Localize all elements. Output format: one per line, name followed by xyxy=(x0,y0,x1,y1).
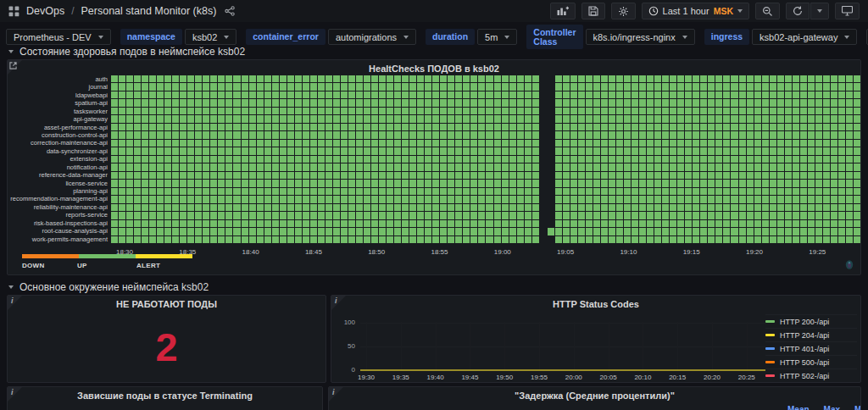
heatmap-cell xyxy=(800,228,807,235)
heatmap-cell xyxy=(134,228,141,235)
heatmap-cell xyxy=(777,147,784,154)
heatmap-cell xyxy=(723,236,730,243)
http-legend-item[interactable]: HTTP 401-/api xyxy=(765,341,857,355)
heatmap-cell xyxy=(731,99,737,106)
chevron-down-icon xyxy=(8,50,14,53)
http-legend-item[interactable]: HTTP 200-/api xyxy=(765,314,857,328)
heatmap-cell xyxy=(195,83,202,90)
filter-value-dropdown[interactable]: automigrations xyxy=(328,29,416,45)
dashboard-settings-button[interactable] xyxy=(611,3,636,19)
zoom-out-button[interactable] xyxy=(755,3,780,19)
heatmap-cell xyxy=(647,108,654,114)
heatmap-cell xyxy=(670,163,676,170)
heatmap-x-tick: 18:50 xyxy=(368,248,385,256)
heatmap-cell xyxy=(715,236,722,243)
http-legend-item[interactable]: HTTP 204-/api xyxy=(765,328,857,341)
heatmap-cell xyxy=(624,172,631,179)
breadcrumb-dashboard-title[interactable]: Personal stand Monitor (k8s) xyxy=(81,5,217,17)
filter-value-dropdown[interactable]: ksb02-api-gateway xyxy=(752,29,857,45)
heatmap-cell xyxy=(632,83,638,90)
heatmap-cell xyxy=(754,212,761,219)
http-legend-item[interactable]: HTTP 502-/api xyxy=(765,368,857,382)
heatmap-cell xyxy=(409,91,416,98)
http-legend-item[interactable]: HTTP 503-/api xyxy=(765,382,857,383)
latency-legend-header[interactable]: Mean xyxy=(787,405,810,410)
latency-legend-header[interactable]: Min xyxy=(854,405,861,410)
time-picker-button[interactable]: Last 1 hour MSK xyxy=(642,3,749,19)
heatmap-cell xyxy=(532,140,539,147)
heatmap-cell xyxy=(387,180,393,186)
heatmap-cell xyxy=(333,83,340,90)
apps-grid-icon[interactable] xyxy=(8,6,19,17)
heatmap-cell xyxy=(157,156,164,163)
heatmap-cell xyxy=(548,131,554,138)
heatmap-cell xyxy=(470,236,477,243)
heatmap-cell xyxy=(210,124,217,130)
section-header-health[interactable]: Состояние здоровья подов в неймспейсе ks… xyxy=(8,46,245,58)
filter-value-dropdown[interactable]: 5m xyxy=(477,29,517,45)
heatmap-cell xyxy=(616,91,623,98)
heatmap-cell xyxy=(478,108,485,114)
heatmap-row-label: recommendation-management-api xyxy=(10,196,108,202)
heatmap-cell xyxy=(639,212,646,219)
panel-title[interactable]: НЕ РАБОТАЮТ ПОДЫ xyxy=(8,299,326,309)
http-legend-item[interactable]: HTTP 500-/api xyxy=(765,355,857,368)
heatmap-cell xyxy=(203,99,209,106)
kiosk-mode-button[interactable] xyxy=(835,3,860,19)
heatmap-cell xyxy=(563,83,570,90)
heatmap-cell xyxy=(409,163,416,170)
heatmap-cell xyxy=(310,204,317,211)
filter-value-dropdown[interactable]: Prometheus - DEV xyxy=(6,29,111,45)
heatmap-cell xyxy=(494,108,501,114)
heatmap-cell xyxy=(723,75,730,82)
panel-title[interactable]: HealtChecks ПОДОВ в ksb02 xyxy=(8,64,860,74)
heatmap-cell xyxy=(654,91,661,98)
http-x-tick: 19:55 xyxy=(531,374,548,381)
breadcrumb-root[interactable]: DevOps xyxy=(26,5,64,17)
heatmap-cell xyxy=(126,204,133,211)
heatmap-cell xyxy=(341,220,348,227)
refresh-button[interactable] xyxy=(786,3,810,19)
heatmap-cell xyxy=(233,204,240,211)
heatmap-cell xyxy=(478,156,485,163)
heatmap-cell xyxy=(126,131,133,138)
heatmap-cell xyxy=(356,196,363,202)
panel-title[interactable]: Зависшие поды в статусе Terminating xyxy=(8,391,322,401)
refresh-interval-dropdown[interactable] xyxy=(810,3,829,19)
heatmap-cell xyxy=(785,131,792,138)
heatmap-cell xyxy=(126,188,133,195)
section-header-env[interactable]: Основное окружение неймспейса ksb02 xyxy=(8,281,209,293)
panel-title[interactable]: "Задержка (Средние процентили)" xyxy=(329,391,860,401)
heatmap-cell xyxy=(326,156,332,163)
latency-legend-header[interactable]: Max xyxy=(824,405,840,410)
filter-value-dropdown[interactable]: k8s.io/ingress-nginx xyxy=(586,29,695,45)
heatmap-cell xyxy=(670,115,676,122)
heatmap-cell xyxy=(164,156,171,163)
heatmap-cell xyxy=(854,99,860,106)
heatmap-cell xyxy=(800,140,807,147)
panel-title[interactable]: HTTP Status Codes xyxy=(331,299,860,309)
filter-value-dropdown[interactable]: ksb02 xyxy=(185,29,236,45)
heatmap-cell xyxy=(172,147,179,154)
heatmap-cell xyxy=(509,147,516,154)
heatmap-cell xyxy=(180,212,186,219)
heatmap-cell xyxy=(333,124,340,130)
add-panel-button[interactable] xyxy=(550,3,576,19)
heatmap-cell xyxy=(654,188,661,195)
heatmap-cell xyxy=(463,172,470,179)
share-icon[interactable] xyxy=(225,6,235,16)
heatmap-cell xyxy=(685,83,692,90)
heatmap-cell xyxy=(463,91,470,98)
heatmap-cell xyxy=(478,236,485,243)
heatmap-cell xyxy=(348,108,355,114)
heatmap-cell xyxy=(647,99,654,106)
heatmap-cell xyxy=(754,188,761,195)
save-dashboard-button[interactable] xyxy=(581,3,605,19)
heatmap-cell xyxy=(180,196,186,202)
heatmap-cell xyxy=(700,236,707,243)
heatmap-cell xyxy=(303,204,309,211)
heatmap-cell xyxy=(540,188,547,195)
heatmap-cell xyxy=(654,172,661,179)
heatmap-cell xyxy=(295,83,302,90)
heatmap-cell xyxy=(838,228,845,235)
